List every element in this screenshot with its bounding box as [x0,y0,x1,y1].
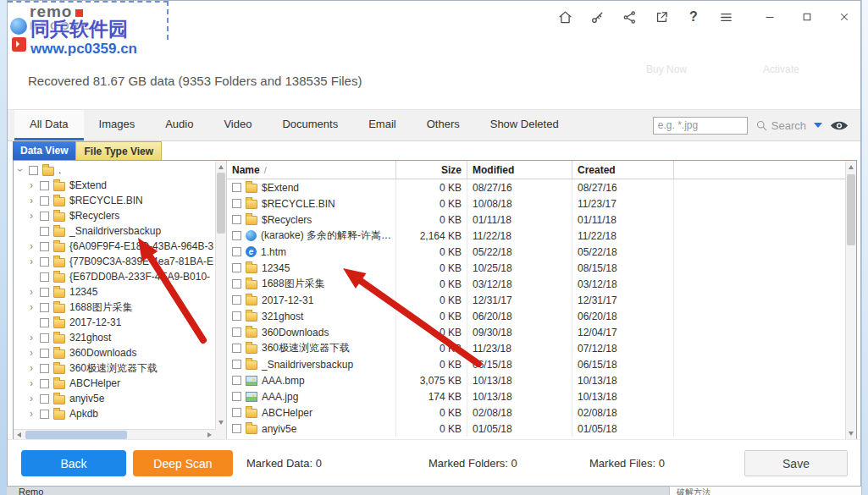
checkbox[interactable] [40,333,49,343]
file-row[interactable]: $Recyclers0 KB01/11/1801/11/18 [227,212,845,228]
tree-item[interactable]: ›360极速浏览器下载 [14,360,215,376]
file-row[interactable]: AAA.bmp3,075 KB10/13/1810/13/18 [227,372,845,388]
tree-item[interactable]: ›360Downloads [14,345,215,360]
tree-item[interactable]: ›ABCHelper [14,376,215,391]
expand-chevron-icon[interactable]: › [27,332,36,344]
filter-tab-show-deleted[interactable]: Show Deleted [475,110,574,140]
file-row[interactable]: 360Downloads0 KB09/30/1812/04/17 [227,324,845,340]
tree-item[interactable]: ›{77B09C3A-839E-4ea7-81BA-E [14,254,215,269]
search-button[interactable]: Search [755,119,806,132]
collapse-chevron-icon[interactable]: › [14,166,26,174]
checkbox[interactable] [40,212,49,221]
column-header-name[interactable]: Name / [227,161,396,179]
checkbox[interactable] [40,196,49,206]
deep-scan-button[interactable]: Deep Scan [133,450,233,476]
maximize-button[interactable] [799,9,815,25]
tree-item[interactable]: ›321ghost [14,330,215,345]
menu-icon[interactable] [718,9,733,25]
scroll-down-icon[interactable] [849,432,854,436]
checkbox[interactable] [232,311,241,321]
checkbox[interactable] [232,231,241,240]
close-button[interactable] [837,9,852,25]
scroll-up-icon[interactable] [849,165,854,169]
file-row[interactable]: anyiv5e0 KB01/05/1801/05/18 [227,421,845,437]
expand-chevron-icon[interactable]: › [27,286,36,298]
home-icon[interactable] [557,9,572,25]
scroll-left-icon[interactable] [17,432,21,437]
file-row[interactable]: AAA.jpg174 KB10/13/1810/13/18 [227,388,845,404]
expand-chevron-icon[interactable]: › [27,408,36,420]
file-row[interactable]: 360极速浏览器下载0 KB11/23/1807/12/18 [227,340,845,356]
checkbox[interactable] [232,327,241,337]
column-header-created[interactable]: Created [572,161,674,179]
expand-chevron-icon[interactable]: › [27,256,36,267]
checkbox[interactable] [232,344,241,353]
search-dropdown-icon[interactable] [814,123,822,128]
tree-item[interactable]: _Snaildriversbackup [14,223,215,239]
filter-tab-video[interactable]: Video [208,110,267,140]
file-row[interactable]: $Extend0 KB08/27/1608/27/16 [227,179,845,195]
tree-item[interactable]: ›$RECYCLE.BIN [14,193,215,208]
tree-item[interactable]: ›1688图片采集 [14,300,215,315]
checkbox[interactable] [40,364,49,373]
tab-file-type-view[interactable]: File Type View [75,141,162,160]
tree-item[interactable]: ›{6A09F9F4-E18D-43BA-964B-3 [14,239,215,254]
scroll-up-icon[interactable] [218,165,224,169]
checkbox[interactable] [40,288,49,297]
table-vertical-scrollbar[interactable] [845,161,856,440]
key-icon[interactable] [589,9,605,25]
tree-item[interactable]: ›Apkdb [14,406,215,421]
filter-tab-audio[interactable]: Audio [150,110,208,140]
activate-link[interactable]: Activate [763,63,799,75]
filter-tab-images[interactable]: Images [84,110,151,140]
save-button[interactable]: Save [744,450,848,476]
checkbox[interactable] [40,379,49,388]
tree-hscroll-thumb[interactable] [25,431,127,439]
checkbox[interactable] [40,257,49,267]
checkbox[interactable] [40,394,49,404]
checkbox[interactable] [40,303,49,312]
file-row[interactable]: 321ghost0 KB06/20/1806/20/18 [227,308,845,324]
tree-root-item[interactable]: › . [14,162,215,178]
tree-item[interactable]: {E67DD0BA-233F-4EA9-B010- [14,269,215,284]
file-row[interactable]: $RECYCLE.BIN0 KB10/08/1811/23/17 [227,195,845,212]
checkbox[interactable] [29,166,38,175]
filter-tab-all-data[interactable]: All Data [14,110,84,140]
open-external-icon[interactable] [654,9,669,25]
expand-chevron-icon[interactable]: › [27,362,36,374]
expand-chevron-icon[interactable]: › [27,347,36,359]
checkbox[interactable] [40,318,49,327]
column-header-size[interactable]: Size [396,161,467,179]
expand-chevron-icon[interactable]: › [27,210,36,222]
checkbox[interactable] [232,295,241,305]
share-icon[interactable] [622,9,637,25]
tree-item[interactable]: ›12345 [14,284,215,300]
checkbox[interactable] [232,376,241,385]
checkbox[interactable] [232,279,241,289]
checkbox[interactable] [232,183,241,192]
checkbox[interactable] [232,360,241,369]
filter-tab-others[interactable]: Others [412,110,475,140]
file-row[interactable]: (karaoke) 多余的解释-许嵩…2,164 KB11/22/1811/22… [227,228,845,244]
expand-chevron-icon[interactable]: › [27,240,36,252]
checkbox[interactable] [232,408,241,417]
tree-item[interactable]: ›anyiv5e [14,391,215,406]
checkbox[interactable] [232,215,241,224]
minimize-button[interactable] [762,9,777,25]
tree-vertical-scrollbar[interactable] [215,161,226,429]
preview-eye-icon[interactable] [830,119,849,132]
checkbox[interactable] [40,410,49,419]
file-row[interactable]: ABCHelper0 KB02/08/1802/08/18 [227,404,845,421]
expand-chevron-icon[interactable]: › [27,377,36,389]
expand-chevron-icon[interactable]: › [27,393,36,404]
filter-tab-documents[interactable]: Documents [267,110,353,140]
table-vscroll-thumb[interactable] [847,174,855,245]
column-header-modified[interactable]: Modified [467,161,572,179]
expand-chevron-icon[interactable]: › [27,179,36,191]
checkbox[interactable] [40,242,49,251]
tab-data-view[interactable]: Data View [13,141,75,160]
checkbox[interactable] [40,272,49,282]
scroll-right-icon[interactable] [207,432,212,437]
buy-now-link[interactable]: Buy Now [646,63,687,75]
checkbox[interactable] [40,227,49,236]
